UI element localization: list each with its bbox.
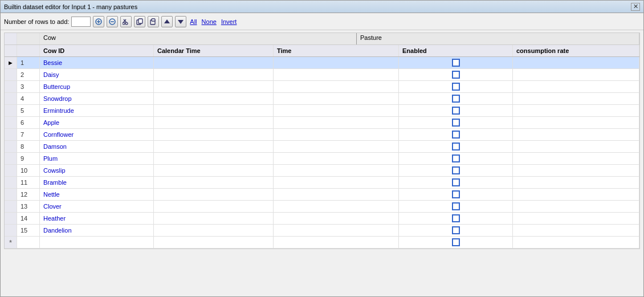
cal-time-cell[interactable] xyxy=(154,213,274,224)
consumption-cell[interactable] xyxy=(513,117,639,128)
add-rows-button[interactable] xyxy=(93,16,104,27)
time-cell[interactable] xyxy=(274,225,399,236)
time-cell[interactable] xyxy=(274,213,399,224)
cow-id-cell[interactable]: Heather xyxy=(40,213,154,224)
enabled-cell[interactable] xyxy=(399,81,513,92)
cow-id-cell[interactable]: Snowdrop xyxy=(40,93,154,104)
cal-time-cell[interactable] xyxy=(154,153,274,164)
consumption-cell[interactable] xyxy=(513,153,639,164)
time-cell[interactable] xyxy=(274,201,399,212)
cal-time-cell[interactable] xyxy=(154,57,274,68)
cow-id-cell[interactable]: Nettle xyxy=(40,189,154,200)
new-row-time[interactable] xyxy=(274,237,399,248)
enabled-checkbox[interactable] xyxy=(452,83,460,91)
move-down-button[interactable] xyxy=(175,16,186,27)
enabled-checkbox[interactable] xyxy=(452,119,460,127)
cal-time-cell[interactable] xyxy=(154,105,274,116)
cal-time-cell[interactable] xyxy=(154,225,274,236)
enabled-checkbox[interactable] xyxy=(452,226,460,234)
enabled-checkbox[interactable] xyxy=(452,131,460,139)
new-row-cow-id[interactable] xyxy=(40,237,154,248)
move-up-button[interactable] xyxy=(161,16,173,27)
enabled-checkbox[interactable] xyxy=(452,154,460,162)
time-cell[interactable] xyxy=(274,129,399,140)
cow-id-cell[interactable]: Bramble xyxy=(40,177,154,188)
enabled-checkbox[interactable] xyxy=(452,95,460,103)
enabled-checkbox[interactable] xyxy=(452,214,460,222)
time-cell[interactable] xyxy=(274,177,399,188)
select-all-button[interactable]: All xyxy=(189,18,198,25)
enabled-cell[interactable] xyxy=(399,177,513,188)
consumption-cell[interactable] xyxy=(513,177,639,188)
enabled-checkbox[interactable] xyxy=(452,166,460,174)
cow-id-cell[interactable]: Cowslip xyxy=(40,165,154,176)
enabled-checkbox[interactable] xyxy=(452,107,460,115)
enabled-cell[interactable] xyxy=(399,105,513,116)
cal-time-cell[interactable] xyxy=(154,177,274,188)
enabled-cell[interactable] xyxy=(399,141,513,152)
time-cell[interactable] xyxy=(274,57,399,68)
paste-button[interactable] xyxy=(148,16,159,27)
time-cell[interactable] xyxy=(274,165,399,176)
consumption-cell[interactable] xyxy=(513,129,639,140)
time-cell[interactable] xyxy=(274,153,399,164)
enabled-checkbox[interactable] xyxy=(452,143,460,150)
cal-time-cell[interactable] xyxy=(154,141,274,152)
new-row-consumption[interactable] xyxy=(513,237,639,248)
time-cell[interactable] xyxy=(274,105,399,116)
consumption-cell[interactable] xyxy=(513,93,639,104)
cow-id-cell[interactable]: Ermintrude xyxy=(40,105,154,116)
enabled-cell[interactable] xyxy=(399,201,513,212)
time-cell[interactable] xyxy=(274,141,399,152)
close-button[interactable]: ✕ xyxy=(631,3,640,11)
enabled-cell[interactable] xyxy=(399,189,513,200)
cal-time-cell[interactable] xyxy=(154,129,274,140)
new-row-checkbox[interactable] xyxy=(452,238,460,246)
consumption-cell[interactable] xyxy=(513,105,639,116)
new-row-cal-time[interactable] xyxy=(154,237,274,248)
time-cell[interactable] xyxy=(274,81,399,92)
time-cell[interactable] xyxy=(274,117,399,128)
cut-button[interactable] xyxy=(120,16,132,27)
cow-id-cell[interactable]: Buttercup xyxy=(40,81,154,92)
enabled-cell[interactable] xyxy=(399,225,513,236)
enabled-cell[interactable] xyxy=(399,93,513,104)
time-cell[interactable] xyxy=(274,189,399,200)
cow-id-cell[interactable]: Damson xyxy=(40,141,154,152)
consumption-cell[interactable] xyxy=(513,57,639,68)
rows-input[interactable] xyxy=(71,17,91,27)
cow-id-cell[interactable]: Daisy xyxy=(40,69,154,80)
cow-id-cell[interactable]: Bessie xyxy=(40,57,154,68)
cal-time-cell[interactable] xyxy=(154,165,274,176)
cal-time-cell[interactable] xyxy=(154,201,274,212)
enabled-checkbox[interactable] xyxy=(452,202,460,210)
select-none-button[interactable]: None xyxy=(201,18,218,25)
cow-id-cell[interactable]: Clover xyxy=(40,201,154,212)
enabled-cell[interactable] xyxy=(399,129,513,140)
cow-id-cell[interactable]: Cornflower xyxy=(40,129,154,140)
enabled-cell[interactable] xyxy=(399,117,513,128)
consumption-cell[interactable] xyxy=(513,81,639,92)
enabled-checkbox[interactable] xyxy=(452,59,460,67)
cow-id-cell[interactable]: Plum xyxy=(40,153,154,164)
enabled-checkbox[interactable] xyxy=(452,190,460,198)
consumption-cell[interactable] xyxy=(513,141,639,152)
enabled-cell[interactable] xyxy=(399,69,513,80)
cal-time-cell[interactable] xyxy=(154,81,274,92)
time-cell[interactable] xyxy=(274,93,399,104)
time-cell[interactable] xyxy=(274,69,399,80)
cow-id-cell[interactable]: Apple xyxy=(40,117,154,128)
invert-button[interactable]: Invert xyxy=(220,18,238,25)
consumption-cell[interactable] xyxy=(513,225,639,236)
enabled-checkbox[interactable] xyxy=(452,178,460,186)
cal-time-cell[interactable] xyxy=(154,117,274,128)
cow-id-cell[interactable]: Dandelion xyxy=(40,225,154,236)
enabled-cell[interactable] xyxy=(399,57,513,68)
enabled-cell[interactable] xyxy=(399,153,513,164)
consumption-cell[interactable] xyxy=(513,189,639,200)
consumption-cell[interactable] xyxy=(513,213,639,224)
remove-rows-button[interactable] xyxy=(107,16,118,27)
enabled-checkbox[interactable] xyxy=(452,71,460,79)
enabled-cell[interactable] xyxy=(399,213,513,224)
consumption-cell[interactable] xyxy=(513,165,639,176)
